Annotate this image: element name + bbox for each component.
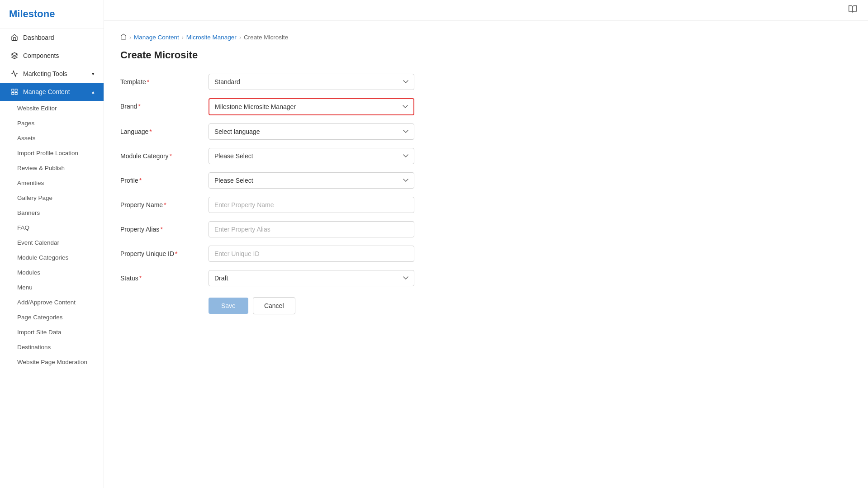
svg-rect-4 (12, 92, 14, 95)
property-alias-label: Property Alias* (120, 221, 199, 233)
sidebar-item-import-site-data[interactable]: Import Site Data (0, 325, 104, 340)
breadcrumb-current: Create Microsite (244, 34, 288, 41)
sidebar-item-import-profile-location[interactable]: Import Profile Location (0, 146, 104, 161)
status-select[interactable]: Draft Published Archived (209, 270, 414, 286)
sidebar-item-destinations[interactable]: Destinations (0, 340, 104, 355)
status-field-row: Status* Draft Published Archived (120, 270, 414, 286)
breadcrumb-manage-content[interactable]: Manage Content (134, 34, 179, 41)
sidebar-item-menu[interactable]: Menu (0, 280, 104, 295)
breadcrumb: › Manage Content › Microsite Manager › C… (120, 33, 852, 41)
language-select[interactable]: Select language English Spanish French (209, 123, 414, 140)
main-content: › Manage Content › Microsite Manager › C… (104, 0, 868, 488)
property-name-required: * (164, 201, 166, 208)
sidebar-item-page-categories[interactable]: Page Categories (0, 310, 104, 325)
breadcrumb-sep-2: › (182, 34, 184, 41)
sidebar-item-module-categories[interactable]: Module Categories (0, 250, 104, 265)
save-button[interactable]: Save (209, 298, 248, 314)
property-unique-id-label: Property Unique ID* (120, 246, 199, 257)
sidebar-item-dashboard[interactable]: Dashboard (0, 28, 104, 47)
profile-control: Please Select Profile 1 Profile 2 (209, 172, 414, 189)
status-required: * (139, 275, 142, 282)
property-name-label: Property Name* (120, 197, 199, 208)
layers-icon (10, 52, 19, 60)
property-unique-id-field-row: Property Unique ID* (120, 246, 414, 262)
grid-icon (10, 88, 19, 96)
profile-select[interactable]: Please Select Profile 1 Profile 2 (209, 172, 414, 189)
property-unique-id-input[interactable] (209, 246, 414, 262)
topbar (104, 0, 868, 21)
language-field-row: Language* Select language English Spanis… (120, 123, 414, 140)
sidebar-item-assets[interactable]: Assets (0, 131, 104, 146)
brand-control: Milestone Microsite Manager Other Brand (209, 98, 414, 115)
sidebar-item-dashboard-label: Dashboard (23, 34, 54, 41)
svg-rect-3 (15, 92, 17, 95)
sidebar-item-marketing-tools[interactable]: Marketing Tools ▾ (0, 65, 104, 83)
status-control: Draft Published Archived (209, 270, 414, 286)
property-name-input[interactable] (209, 197, 414, 213)
sidebar-item-event-calendar[interactable]: Event Calendar (0, 235, 104, 250)
logo-text: Milestone (9, 8, 55, 19)
sidebar-item-website-editor[interactable]: Website Editor (0, 101, 104, 116)
form-actions: Save Cancel (120, 297, 414, 314)
module-category-select[interactable]: Please Select Category 1 Category 2 (209, 148, 414, 164)
sidebar-item-marketing-tools-label: Marketing Tools (23, 70, 67, 77)
cancel-button[interactable]: Cancel (253, 297, 295, 314)
profile-label: Profile* (120, 172, 199, 184)
module-category-control: Please Select Category 1 Category 2 (209, 148, 414, 164)
sidebar-nav: Dashboard Components Marketing Tools ▾ M… (0, 28, 104, 370)
breadcrumb-sep-1: › (129, 34, 131, 41)
module-category-field-row: Module Category* Please Select Category … (120, 148, 414, 164)
svg-marker-0 (11, 52, 17, 56)
brand-select[interactable]: Milestone Microsite Manager Other Brand (209, 98, 414, 115)
brand-label: Brand* (120, 98, 199, 110)
template-field-row: Template* Standard Advanced Custom (120, 74, 414, 90)
property-unique-id-required: * (175, 250, 177, 257)
breadcrumb-sep-3: › (239, 34, 241, 41)
sidebar-item-faq[interactable]: FAQ (0, 220, 104, 235)
sidebar: Milestone Dashboard Components Marketing… (0, 0, 104, 488)
svg-rect-2 (15, 89, 17, 91)
property-name-control (209, 197, 414, 213)
status-label: Status* (120, 270, 199, 282)
sidebar-item-amenities[interactable]: Amenities (0, 175, 104, 190)
property-unique-id-control (209, 246, 414, 262)
sidebar-item-modules[interactable]: Modules (0, 265, 104, 280)
brand-field-row: Brand* Milestone Microsite Manager Other… (120, 98, 414, 115)
chart-icon (10, 70, 19, 78)
sidebar-item-manage-content-label: Manage Content (23, 88, 70, 95)
profile-field-row: Profile* Please Select Profile 1 Profile… (120, 172, 414, 189)
language-control: Select language English Spanish French (209, 123, 414, 140)
svg-rect-1 (12, 89, 14, 91)
logo: Milestone (0, 0, 104, 28)
property-name-field-row: Property Name* (120, 197, 414, 213)
template-label: Template* (120, 74, 199, 85)
sidebar-item-manage-content[interactable]: Manage Content ▴ (0, 83, 104, 101)
breadcrumb-microsite-manager[interactable]: Microsite Manager (186, 34, 237, 41)
language-label: Language* (120, 123, 199, 135)
brand-required: * (138, 103, 140, 110)
chevron-down-icon: ▾ (92, 71, 95, 77)
module-category-required: * (170, 152, 172, 160)
page-title: Create Microsite (120, 49, 852, 61)
language-required: * (149, 128, 152, 135)
sidebar-item-components-label: Components (23, 52, 59, 59)
home-breadcrumb-icon[interactable] (120, 33, 127, 41)
home-icon (10, 33, 19, 42)
property-alias-control (209, 221, 414, 237)
content-area: › Manage Content › Microsite Manager › C… (104, 21, 868, 488)
book-open-icon[interactable] (848, 5, 857, 16)
sidebar-item-review-publish[interactable]: Review & Publish (0, 161, 104, 175)
property-alias-required: * (160, 226, 162, 233)
module-category-label: Module Category* (120, 148, 199, 160)
sidebar-item-website-page-moderation[interactable]: Website Page Moderation (0, 355, 104, 370)
sidebar-item-banners[interactable]: Banners (0, 205, 104, 220)
template-select[interactable]: Standard Advanced Custom (209, 74, 414, 90)
sidebar-item-pages[interactable]: Pages (0, 116, 104, 131)
property-alias-input[interactable] (209, 221, 414, 237)
sidebar-item-components[interactable]: Components (0, 47, 104, 65)
chevron-up-icon: ▴ (92, 89, 95, 95)
create-microsite-form: Template* Standard Advanced Custom Brand… (120, 74, 414, 314)
property-alias-field-row: Property Alias* (120, 221, 414, 237)
sidebar-item-add-approve-content[interactable]: Add/Approve Content (0, 295, 104, 310)
sidebar-item-gallery-page[interactable]: Gallery Page (0, 190, 104, 205)
